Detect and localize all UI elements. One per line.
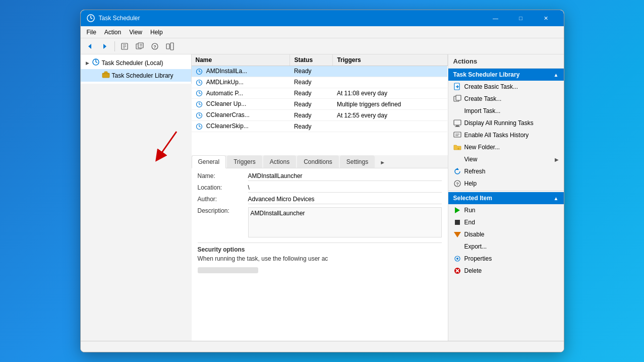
table-row[interactable]: AMDInstallLa...Ready (192, 66, 448, 77)
svg-line-32 (199, 93, 201, 94)
table-row[interactable]: CCleaner Up...ReadyMultiple triggers def… (192, 99, 448, 110)
svg-rect-50 (454, 132, 461, 137)
menu-action[interactable]: Action (100, 28, 125, 37)
description-value: AMDInstallLauncher (248, 207, 442, 237)
task-status-cell: Ready (290, 77, 333, 88)
svg-line-19 (96, 62, 97, 63)
toolbar: ? (81, 38, 564, 54)
tab-conditions[interactable]: Conditions (297, 155, 339, 168)
svg-rect-47 (454, 120, 461, 125)
toolbar-btn-3[interactable] (163, 40, 177, 52)
menu-view[interactable]: View (125, 28, 146, 37)
table-row[interactable]: CCleanerSkip...Ready (192, 121, 448, 132)
action-display-running[interactable]: Display All Running Tasks (448, 117, 564, 129)
toolbar-btn-2[interactable] (133, 40, 147, 52)
svg-marker-4 (103, 44, 106, 49)
main-content: ▶ Task Scheduler (Local) (81, 54, 564, 341)
action-create-basic[interactable]: Create Basic Task... (448, 81, 564, 93)
library-label: Task Scheduler Library (112, 72, 173, 79)
detail-panel: Name: AMDInstallLauncher Location: \ Aut… (192, 168, 448, 341)
library-icon (102, 71, 110, 80)
tab-triggers[interactable]: Triggers (227, 155, 262, 168)
section-library-chevron: ▲ (554, 72, 559, 78)
menu-help[interactable]: Help (146, 28, 167, 37)
name-value: AMDInstallLauncher (248, 172, 442, 181)
action-new-folder[interactable]: New Folder... (448, 141, 564, 153)
table-row[interactable]: Automatic P...ReadyAt 11:08 every day (192, 88, 448, 99)
menu-file[interactable]: File (83, 28, 100, 37)
description-row: Description: AMDInstallLauncher (198, 207, 442, 237)
delete-label: Delete (464, 267, 482, 274)
task-triggers-cell: At 11:08 every day (333, 88, 447, 99)
action-export[interactable]: Export... (448, 240, 564, 253)
svg-rect-46 (456, 95, 461, 100)
tab-general[interactable]: General (192, 155, 226, 168)
section-selected-title: Selected Item (453, 195, 492, 202)
close-button[interactable]: ✕ (535, 10, 558, 26)
action-view[interactable]: View ▶ (448, 153, 564, 165)
table-row[interactable]: AMDLinkUp...Ready (192, 77, 448, 88)
view-submenu-arrow: ▶ (555, 157, 559, 162)
toolbar-btn-1[interactable] (118, 40, 132, 52)
location-row: Location: \ (198, 184, 442, 193)
tab-actions[interactable]: Actions (263, 155, 296, 168)
task-table: Name Status Triggers AMDInstallLa...Read… (192, 54, 448, 132)
task-name-cell: CCleanerCras... (192, 110, 290, 121)
task-name-cell: Automatic P... (192, 88, 290, 99)
tree-panel: ▶ Task Scheduler (Local) (81, 54, 192, 84)
app-icon (87, 14, 95, 22)
action-create-task[interactable]: Create Task... (448, 93, 564, 105)
action-end[interactable]: End (448, 216, 564, 228)
tab-overflow[interactable]: ► (376, 157, 389, 168)
tree-item-root[interactable]: ▶ Task Scheduler (Local) (81, 56, 191, 69)
actions-panel: Actions Task Scheduler Library ▲ Create … (448, 54, 564, 341)
location-value: \ (248, 184, 442, 193)
svg-rect-15 (166, 44, 169, 49)
center-panel: Name Status Triggers AMDInstallLa...Read… (192, 54, 448, 341)
tree-expand-root[interactable]: ▶ (85, 60, 91, 66)
action-delete[interactable]: Delete (448, 265, 564, 277)
actions-header: Actions (448, 54, 564, 69)
task-triggers-cell: At 12:55 every day (333, 110, 447, 121)
action-enable-history[interactable]: Enable All Tasks History (448, 129, 564, 141)
create-task-label: Create Task... (464, 95, 502, 102)
task-triggers-cell (333, 77, 447, 88)
action-disable[interactable]: Disable (448, 228, 564, 240)
security-section: Security options When running the task, … (198, 243, 442, 262)
help-icon: ? (453, 179, 461, 188)
section-selected-header[interactable]: Selected Item ▲ (448, 192, 564, 204)
forward-button[interactable] (98, 40, 112, 52)
import-icon (453, 107, 461, 115)
root-icon (92, 58, 100, 68)
task-status-cell: Ready (290, 66, 333, 77)
tabs-bar: General Triggers Actions Conditions Sett… (192, 155, 448, 168)
export-icon (453, 243, 461, 251)
action-refresh[interactable]: Refresh (448, 165, 564, 177)
svg-marker-60 (454, 232, 461, 237)
maximize-button[interactable]: □ (509, 10, 533, 26)
task-triggers-cell (333, 121, 447, 132)
action-run[interactable]: Run (448, 204, 564, 216)
table-row[interactable]: CCleanerCras...ReadyAt 12:55 every day (192, 110, 448, 121)
display-running-label: Display All Running Tasks (464, 119, 534, 127)
statusbar (81, 341, 564, 352)
tab-settings[interactable]: Settings (340, 155, 375, 168)
svg-rect-16 (170, 43, 173, 50)
section-library-header[interactable]: Task Scheduler Library ▲ (448, 69, 564, 81)
action-properties[interactable]: Properties (448, 253, 564, 265)
minimize-button[interactable]: — (484, 10, 507, 26)
main-window: Task Scheduler — □ ✕ File Action View He… (80, 10, 564, 352)
action-import-task[interactable]: Import Task... (448, 105, 564, 117)
name-label: Name: (198, 172, 248, 179)
back-button[interactable] (83, 40, 97, 52)
svg-rect-21 (104, 72, 107, 74)
svg-line-23 (159, 132, 177, 157)
section-library-title: Task Scheduler Library (453, 71, 520, 78)
svg-text:?: ? (456, 182, 459, 187)
enable-history-label: Enable All Tasks History (464, 132, 529, 139)
svg-point-62 (456, 258, 458, 260)
toolbar-btn-help[interactable]: ? (148, 40, 162, 52)
action-help[interactable]: ? Help (448, 177, 564, 190)
author-label: Author: (198, 196, 248, 203)
tree-item-library[interactable]: Task Scheduler Library (81, 69, 191, 82)
